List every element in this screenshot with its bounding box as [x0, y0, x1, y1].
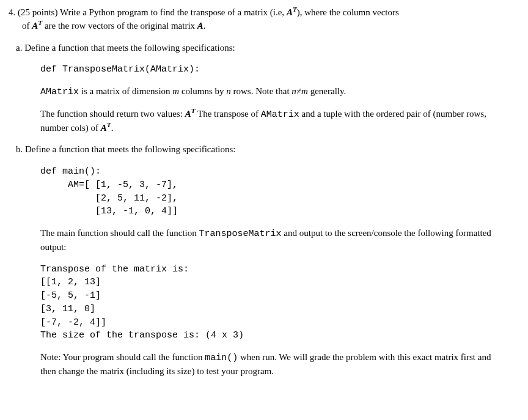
question-line2-b: are the row vectors of the original matr… — [42, 21, 197, 31]
amatrix-token: AMatrix — [40, 87, 79, 97]
question-header: 4. (25 points) Write a Python program to… — [9, 6, 519, 33]
text: . — [111, 123, 114, 133]
part-b-note: Note: Your program should call the funct… — [40, 351, 505, 378]
text: is a matrix of dimension — [79, 86, 172, 96]
text: The function should return two values: — [40, 109, 185, 119]
part-b-label: b. Define a function that meets the foll… — [16, 143, 519, 157]
AT-symbol-1: AT — [287, 7, 297, 17]
AT-symbol-3: AT — [185, 109, 196, 119]
transposematrix-token: TransposeMatrix — [199, 229, 282, 239]
text: rows. Note that — [231, 86, 292, 96]
amatrix-token-2: AMatrix — [261, 109, 299, 120]
part-a-function-signature: def TransposeMatrix(AMatrix): — [40, 63, 519, 76]
question-line2-period: . — [204, 21, 206, 31]
text: columns by — [179, 86, 226, 96]
part-a-desc2: The function should return two values: A… — [40, 108, 505, 135]
A-symbol: A — [197, 21, 204, 31]
AT-symbol-4: AT — [101, 123, 111, 133]
main-token: main() — [205, 353, 238, 363]
part-b-expected-output: Transpose of the matrix is: [[1, 2, 13] … — [40, 263, 519, 343]
question-number: 4. — [9, 7, 15, 17]
text: The transpose of — [196, 109, 261, 119]
question-line2-a: of — [22, 21, 32, 31]
part-b-code: def main(): AM=[ [1, -5, 3, -7], [2, 5, … — [40, 165, 519, 218]
m-var: m — [172, 86, 179, 96]
n-var: n — [226, 86, 231, 96]
part-a-desc1: AMatrix is a matrix of dimension m colum… — [40, 85, 505, 99]
part-b-desc: The main function should call the functi… — [40, 227, 505, 254]
question-points: (25 points) — [18, 7, 57, 17]
part-a-label: a. Define a function that meets the foll… — [16, 42, 519, 55]
text: The main function should call the functi… — [40, 228, 199, 238]
n-neq-m: n≠m — [292, 86, 308, 96]
AT-symbol-2: AT — [32, 21, 42, 31]
text: Note: Your program should call the funct… — [40, 352, 205, 362]
question-text-b: ), where the column vectors — [297, 7, 399, 17]
question-text-a: Write a Python program to find the trans… — [57, 7, 286, 17]
text: generally. — [308, 86, 346, 96]
